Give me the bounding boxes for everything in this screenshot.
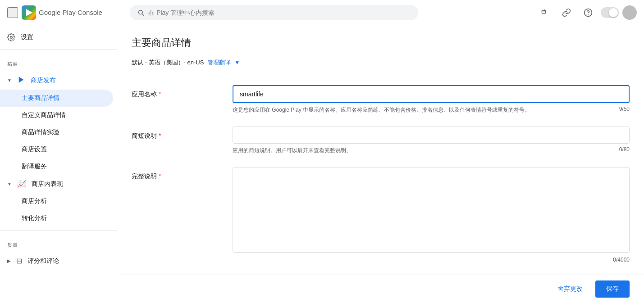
sidebar-item-store-analytics[interactable]: 商店分析: [0, 193, 113, 210]
chevron-right-icon: ▶: [7, 258, 11, 263]
full-desc-field: 0/4000: [233, 167, 630, 263]
sidebar-item-experiment[interactable]: 商品详情实验: [0, 124, 113, 141]
sidebar-item-experiment-label: 商品详情实验: [22, 128, 59, 136]
app-name-counter: 9/50: [619, 106, 630, 114]
short-desc-required: *: [159, 132, 161, 139]
svg-marker-4: [19, 77, 24, 83]
page-title: 主要商品详情: [132, 36, 630, 50]
notification-button[interactable]: [536, 4, 554, 22]
sidebar-item-store-publish-label: 商店发布: [31, 77, 56, 85]
app-name-label: 应用名称 *: [132, 85, 222, 99]
full-desc-counter: 0/4000: [613, 257, 630, 263]
search-input[interactable]: [148, 9, 411, 16]
sidebar-item-performance[interactable]: ▼ 📈 商店内表现: [0, 175, 113, 193]
lang-dropdown-icon[interactable]: ▼: [234, 59, 240, 66]
sidebar-item-ratings-label: 评分和评论: [27, 257, 59, 265]
toggle-switch[interactable]: [601, 7, 619, 18]
full-desc-helper: 0/4000: [233, 257, 630, 263]
content-area: 主要商品详情 默认 - 英语（美国）- en-US 管理翻译 ▼ 应用名称 * …: [117, 25, 644, 275]
sidebar-item-store-settings[interactable]: 商店设置: [0, 141, 113, 158]
full-desc-helper-text: [233, 257, 613, 263]
short-desc-label: 简短说明 *: [132, 127, 222, 140]
play-triangle: [26, 9, 32, 16]
search-icon: [137, 9, 145, 17]
save-button[interactable]: 保存: [595, 280, 630, 298]
sidebar-section-quality: 质量: [0, 235, 117, 252]
short-desc-field: 应用的简短说明。用户可以展开来查看完整说明。 0/80: [233, 127, 630, 154]
sidebar-item-settings[interactable]: 设置: [0, 29, 113, 46]
menu-button[interactable]: [7, 7, 18, 18]
header: Google Play Console: [0, 0, 644, 25]
store-publish-icon: [17, 76, 25, 85]
sidebar-item-custom-details[interactable]: 自定义商品详情: [0, 107, 113, 124]
app-name-row: 应用名称 * 这是您的应用在 Google Play 中显示的名称。应用名称应简…: [132, 85, 630, 114]
chevron-down-icon-2: ▼: [7, 181, 12, 186]
sidebar-item-main-details-label: 主要商品详情: [22, 94, 59, 102]
sidebar-item-main-details[interactable]: 主要商品详情: [0, 90, 113, 107]
settings-icon: [7, 33, 15, 41]
full-desc-textarea[interactable]: [233, 167, 630, 253]
sidebar-item-translation-label: 翻译服务: [22, 163, 47, 171]
short-desc-input[interactable]: [233, 127, 630, 144]
discard-button[interactable]: 舍弃更改: [550, 281, 590, 297]
avatar[interactable]: [622, 5, 637, 20]
sidebar-item-store-settings-label: 商店设置: [22, 145, 47, 154]
sidebar: 设置 拓展 ▼ 商店发布 主要商品详情 自定义商品详情 商品详情实验 商店设置: [0, 25, 117, 303]
search-bar: [130, 5, 418, 20]
main-layout: 设置 拓展 ▼ 商店发布 主要商品详情 自定义商品详情 商品详情实验 商店设置: [0, 25, 644, 303]
help-button[interactable]: [579, 4, 597, 22]
rating-icon: ⊟: [16, 257, 22, 265]
app-name-helper: 这是您的应用在 Google Play 中显示的名称。应用名称应简练、不能包含价…: [233, 106, 630, 114]
help-icon: [584, 8, 593, 17]
sidebar-divider-top: [0, 50, 117, 50]
sidebar-item-store-analytics-label: 商店分析: [22, 197, 47, 205]
header-left: Google Play Console: [7, 5, 124, 20]
sidebar-item-conversion[interactable]: 转化分析: [0, 210, 113, 227]
app-name-field: 这是您的应用在 Google Play 中显示的名称。应用名称应简练、不能包含价…: [233, 85, 630, 114]
lang-bar: 默认 - 英语（美国）- en-US 管理翻译 ▼: [132, 59, 630, 74]
full-desc-row: 完整说明 * 0/4000: [132, 167, 630, 263]
svg-point-2: [588, 14, 589, 15]
notification-icon: [540, 8, 549, 17]
header-actions: [536, 4, 637, 22]
play-logo-icon: [22, 5, 36, 20]
sidebar-item-conversion-label: 转化分析: [22, 214, 47, 222]
sidebar-item-ratings[interactable]: ▶ ⊟ 评分和评论: [0, 252, 113, 270]
lang-default-text: 默认 - 英语（美国）- en-US: [132, 59, 204, 67]
short-desc-counter: 0/80: [619, 146, 630, 154]
content-wrapper: 主要商品详情 默认 - 英语（美国）- en-US 管理翻译 ▼ 应用名称 * …: [117, 25, 644, 303]
trend-icon: 📈: [17, 180, 26, 188]
chevron-down-icon: ▼: [7, 78, 12, 83]
short-desc-helper: 应用的简短说明。用户可以展开来查看完整说明。 0/80: [233, 146, 630, 154]
app-name-helper-text: 这是您的应用在 Google Play 中显示的名称。应用名称应简练、不能包含价…: [233, 106, 619, 114]
logo-area: Google Play Console: [22, 5, 102, 20]
lang-manage-link[interactable]: 管理翻译: [207, 59, 231, 67]
sidebar-divider-mid: [0, 231, 117, 231]
link-button[interactable]: [557, 4, 575, 22]
sidebar-item-translation[interactable]: 翻译服务: [0, 158, 113, 175]
short-desc-helper-text: 应用的简短说明。用户可以展开来查看完整说明。: [233, 146, 619, 154]
sidebar-item-custom-details-label: 自定义商品详情: [22, 111, 66, 119]
action-bar: 舍弃更改 保存: [117, 275, 644, 303]
short-desc-row: 简短说明 * 应用的简短说明。用户可以展开来查看完整说明。 0/80: [132, 127, 630, 154]
full-desc-required: *: [159, 172, 161, 180]
full-desc-label: 完整说明 *: [132, 167, 222, 181]
app-title: Google Play Console: [39, 9, 102, 16]
sidebar-section-expand: 拓展: [0, 54, 117, 71]
app-name-input[interactable]: [233, 85, 630, 103]
app-name-required: *: [159, 90, 161, 98]
sidebar-item-performance-label: 商店内表现: [32, 180, 63, 188]
svg-point-3: [10, 36, 13, 39]
sidebar-item-store-publish[interactable]: ▼ 商店发布: [0, 71, 113, 90]
sidebar-item-settings-label: 设置: [21, 33, 33, 41]
link-icon: [562, 8, 571, 17]
